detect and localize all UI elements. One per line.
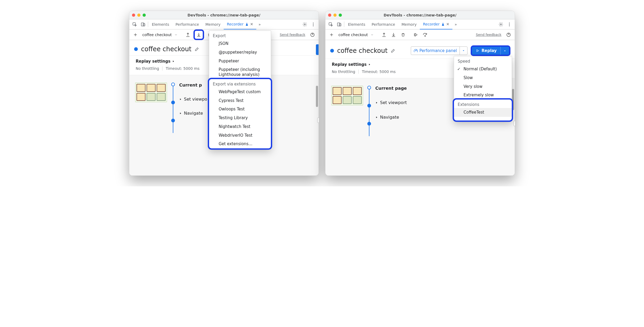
speed-normal[interactable]: ✓ Normal (Default) [454,65,512,74]
new-recording-icon[interactable] [131,31,139,39]
collapsed-panel-peek [513,121,515,126]
replay-button[interactable]: Replay [472,47,509,55]
settings-gear-icon[interactable] [497,22,505,27]
play-icon [476,49,479,53]
recording-status-dot [330,49,334,53]
titlebar: DevTools - chrome://new-tab-page/ [129,11,319,19]
throttle-value: No throttling [332,70,355,74]
close-icon[interactable]: ✕ [250,22,253,26]
help-icon[interactable] [505,31,513,39]
tab-more[interactable]: » [256,19,263,29]
speed-very-slow[interactable]: Very slow [454,82,512,91]
tab-more[interactable]: » [452,19,459,29]
menu-section-label: Export [209,31,271,39]
export-nightwatch[interactable]: Nightwatch Test [209,122,271,131]
send-feedback-link[interactable]: Send feedback [280,33,305,37]
menu-item-label: Normal (Default) [464,67,497,71]
inspect-element-icon[interactable] [130,19,139,29]
checkmark-icon: ✓ [457,67,461,72]
svg-point-4 [313,23,314,23]
close-icon[interactable]: ✕ [446,22,449,26]
throttle-value: No throttling [136,66,159,71]
tab-performance[interactable]: Performance [172,19,202,29]
chevron-up-icon[interactable] [501,48,509,54]
menu-section-label: Speed [454,56,512,65]
timeline-rail [171,83,175,122]
step-label: Set viewport [380,100,407,105]
import-icon[interactable] [184,31,192,39]
tab-label: Recorder [423,22,440,26]
chevron-down-icon [370,33,374,36]
step-label: Current p [179,83,202,88]
continue-icon[interactable] [412,31,420,39]
export-icon[interactable] [195,31,203,39]
page-thumbnail [331,86,363,105]
extension-coffeetest[interactable]: CoffeeTest [454,108,512,117]
chevron-down-icon[interactable] [460,48,467,54]
tab-label: Recorder [227,22,244,26]
inspect-element-icon[interactable] [327,19,335,29]
menu-section-label: Export via extensions [209,79,271,88]
scrollbar-thumb[interactable] [316,86,318,107]
timeline-node [367,86,371,89]
tab-memory[interactable]: Memory [398,19,420,29]
chevron-down-icon [174,33,178,36]
tab-memory[interactable]: Memory [202,19,224,29]
export-highlight-ring [193,29,204,40]
export-get-extensions[interactable]: Get extensions… [209,140,271,148]
kebab-menu-icon[interactable] [309,22,317,27]
tab-recorder[interactable]: Recorder ✕ [420,19,452,29]
kebab-menu-icon[interactable] [505,22,514,27]
devtools-window-right: DevTools - chrome://new-tab-page/ Elemen… [325,11,515,176]
help-icon[interactable] [308,31,316,39]
devtools-window-left: DevTools - chrome://new-tab-page/ Elemen… [129,11,319,176]
export-json[interactable]: JSON [209,39,271,48]
extensions-section-highlight: Extensions CoffeeTest [453,98,513,122]
svg-point-15 [509,25,510,26]
send-feedback-link[interactable]: Send feedback [476,33,501,37]
export-puppeteer-lighthouse[interactable]: Puppeteer (including Lighthouse analysis… [209,65,271,79]
export-webdriverio[interactable]: WebdriverIO Test [209,131,271,140]
timeout-value: Timeout: 5000 ms [362,70,395,74]
export-puppeteer[interactable]: Puppeteer [209,57,271,66]
new-recording-icon[interactable] [328,31,336,39]
export-testing-library[interactable]: Testing Library [209,114,271,122]
tab-performance[interactable]: Performance [368,19,398,29]
performance-panel-button[interactable]: Performance panel [411,46,467,55]
speed-slow[interactable]: Slow [454,74,512,82]
edit-pencil-icon[interactable] [195,47,199,51]
chevron-right-icon [179,112,182,115]
chevron-right-icon [368,63,371,66]
edit-pencil-icon[interactable] [391,48,395,53]
replay-settings-label: Replay settings [332,62,367,67]
import-icon[interactable] [380,31,388,39]
step-over-icon[interactable] [421,31,429,39]
tab-elements[interactable]: Elements [345,19,368,29]
svg-rect-1 [141,23,144,26]
window-title: DevTools - chrome://new-tab-page/ [325,13,515,17]
device-toolbar-icon[interactable] [335,19,343,29]
step-label: Navigate [184,111,203,116]
svg-point-6 [313,25,314,26]
recording-title: coffee checkout [141,45,191,53]
export-cypress[interactable]: Cypress Test [209,96,271,105]
export-puppeteer-replay[interactable]: @puppeteer/replay [209,48,271,57]
svg-rect-10 [337,23,340,26]
page-thumbnail [135,83,167,102]
window-title: DevTools - chrome://new-tab-page/ [129,13,319,17]
settings-gear-icon[interactable] [301,22,309,27]
export-webpagetest[interactable]: WebPageTest custom [209,88,271,96]
export-icon[interactable] [390,31,398,39]
timeout-value: Timeout: 5000 ms [166,66,199,71]
recorder-toolbar: coffee checkout Send feedback [325,29,515,40]
tab-recorder[interactable]: Recorder ✕ [224,19,256,29]
performance-panel-label: Performance panel [420,48,457,53]
tab-elements[interactable]: Elements [149,19,172,29]
export-owloops[interactable]: Owloops Test [209,105,271,114]
device-toolbar-icon[interactable] [139,19,147,29]
recording-selector[interactable]: coffee checkout [337,31,376,38]
export-menu: Export JSON @puppeteer/replay Puppeteer … [209,31,271,149]
svg-point-12 [500,24,502,25]
recording-selector[interactable]: coffee checkout [141,31,179,38]
delete-icon[interactable] [399,31,407,39]
